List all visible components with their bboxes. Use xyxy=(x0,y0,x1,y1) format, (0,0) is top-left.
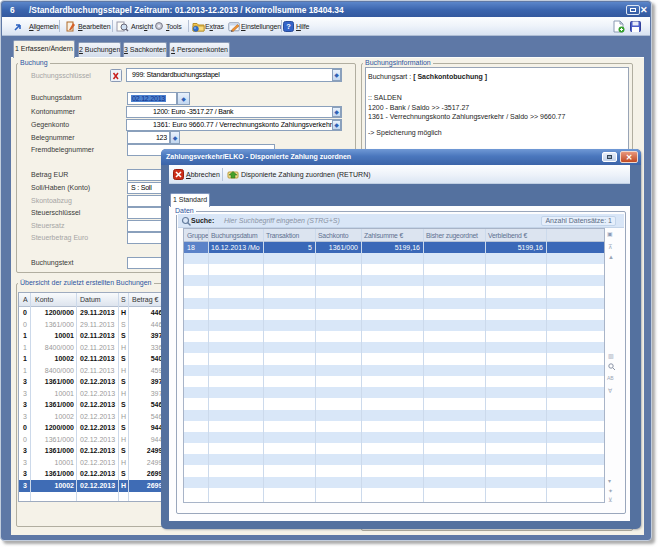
svg-text:?: ? xyxy=(286,22,291,31)
